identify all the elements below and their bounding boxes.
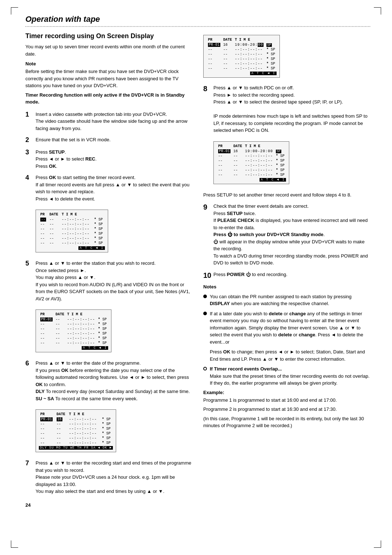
step-9-num: 9 bbox=[203, 203, 213, 211]
screen-1: PRDATET I M E ------:--:--:--* SP ------… bbox=[36, 207, 192, 255]
corner-br bbox=[374, 540, 381, 548]
step-2: 2 Ensure that the set is in VCR mode. bbox=[25, 136, 192, 144]
page-number: 24 bbox=[25, 502, 192, 508]
note-item-3: If Timer record events Overlap... Make s… bbox=[203, 365, 370, 387]
notes-list: You can obtain the PR number assigned to… bbox=[203, 293, 370, 387]
note-heading: Note bbox=[25, 61, 192, 66]
notes-heading: Notes bbox=[203, 284, 370, 289]
col-right: PRDATET I M E PR-01 16 19:00-20:00 SP --… bbox=[203, 32, 370, 432]
example-text2: Programme 2 is programmed to start at 16… bbox=[203, 406, 370, 413]
screen-5: PRDATET I M E PR-01 16 19:00-20:00 SP --… bbox=[213, 138, 370, 187]
step-1-num: 1 bbox=[25, 111, 36, 119]
step-2-num: 2 bbox=[25, 136, 36, 144]
step-7-content: Press ▲ or ▼ to enter the recording star… bbox=[36, 459, 192, 495]
step-9-content: Check that the timer event details are c… bbox=[213, 203, 370, 267]
screen-4: PRDATET I M E PR-01 16 19:00-20:00 SP --… bbox=[203, 32, 370, 81]
section-heading: Timer recording using On Screen Display bbox=[25, 32, 192, 40]
setup-text: Press SETUP to set another timer record … bbox=[203, 191, 370, 199]
step-7: 7 Press ▲ or ▼ to enter the recording st… bbox=[25, 459, 192, 495]
step-4-num: 4 bbox=[25, 174, 36, 182]
screen-3: PRDATET I M E PR-0116--:--:--:--* SP ---… bbox=[36, 406, 192, 455]
bullet-circle-3 bbox=[203, 367, 207, 370]
step-2-content: Ensure that the set is in VCR mode. bbox=[36, 136, 192, 143]
step-5-content: Press ▲ or ▼ to enter the station that y… bbox=[36, 260, 192, 302]
example-text1: Programme 1 is programmed to start at 16… bbox=[203, 397, 370, 404]
intro-text: You may set up to seven timer record eve… bbox=[25, 43, 192, 57]
note-item-3-text: If Timer record events Overlap... Make s… bbox=[210, 365, 370, 387]
step-5-num: 5 bbox=[25, 260, 36, 268]
note-item-2b: Press OK to change; then press ◄ or ► to… bbox=[210, 348, 370, 362]
step-8: 8 Press ▲ or ▼ to switch PDC on or off. … bbox=[203, 84, 370, 134]
step-10-content: Press POWER ⏻ to end recording. bbox=[213, 271, 370, 278]
dotted-rule bbox=[25, 26, 370, 27]
step-3-content: Press SETUP. Press ◄ or ► to select REC.… bbox=[36, 149, 192, 170]
step-1-text1: Insert a video cassette with protection … bbox=[36, 112, 167, 117]
step-10: 10 Press POWER ⏻ to end recording. bbox=[203, 271, 370, 280]
step-9: 9 Check that the timer event details are… bbox=[203, 203, 370, 267]
step-6-num: 6 bbox=[25, 360, 36, 368]
step-5: 5 Press ▲ or ▼ to enter the station that… bbox=[25, 260, 192, 302]
note-bold: Timer Recording function will only activ… bbox=[25, 92, 192, 106]
note-item-2-text: If at a later date you wish to delete or… bbox=[210, 310, 370, 346]
screen-2: PRDATET I M E PR-01----:--:--:--* SP ---… bbox=[36, 307, 192, 355]
step-1: 1 Insert a video cassette with protectio… bbox=[25, 111, 192, 132]
example-heading: Example: bbox=[203, 390, 370, 395]
bullet-dot-1 bbox=[203, 295, 207, 298]
corner-tr bbox=[374, 7, 381, 15]
step-1-content: Insert a video cassette with protection … bbox=[36, 111, 192, 132]
note-item-2: If at a later date you wish to delete or… bbox=[203, 310, 370, 346]
step-1-text2: The video cassette should have the windo… bbox=[36, 118, 187, 131]
step-8-content: Press ▲ or ▼ to switch PDC on or off. Pr… bbox=[213, 84, 370, 134]
page-container: Operation with tape Timer recording usin… bbox=[0, 0, 392, 555]
corner-bl bbox=[11, 540, 18, 548]
page-number-area: 24 bbox=[25, 502, 192, 508]
note-text1: Before setting the timer make sure that … bbox=[25, 68, 192, 89]
example-text3: (In this case, Programme 1 will be recor… bbox=[203, 415, 370, 429]
step-4-content: Press OK to start setting the timer reco… bbox=[36, 174, 192, 202]
step-7-num: 7 bbox=[25, 459, 36, 467]
step-6: 6 Press ▲ or ▼ to enter the date of the … bbox=[25, 360, 192, 402]
step-6-content: Press ▲ or ▼ to enter the date of the pr… bbox=[36, 360, 192, 402]
page-title: Operation with tape bbox=[25, 15, 370, 24]
note-item-1: You can obtain the PR number assigned to… bbox=[203, 293, 370, 307]
step-3-num: 3 bbox=[25, 149, 36, 157]
step-10-num: 10 bbox=[203, 271, 213, 280]
step-4: 4 Press OK to start setting the timer re… bbox=[25, 174, 192, 202]
bullet-dot-2 bbox=[203, 312, 207, 315]
col-left: Timer recording using On Screen Display … bbox=[25, 32, 192, 508]
step-3: 3 Press SETUP. Press ◄ or ► to select RE… bbox=[25, 149, 192, 170]
main-content: Timer recording using On Screen Display … bbox=[25, 32, 370, 508]
note-item-1-text: You can obtain the PR number assigned to… bbox=[210, 293, 370, 307]
corner-tl bbox=[11, 7, 18, 15]
step-8-num: 8 bbox=[203, 84, 213, 93]
